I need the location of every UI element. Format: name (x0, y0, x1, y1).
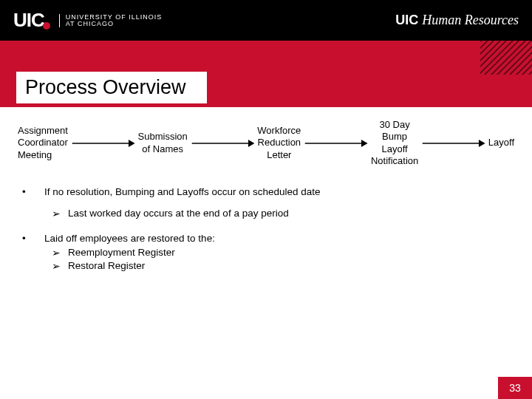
uic-logo: UIC UNIVERSITY OF ILLINOIS AT CHICAGO (13, 9, 162, 32)
arrow-icon (301, 138, 371, 149)
flow-step-assignment: Assignment Coordinator Meeting (18, 125, 68, 161)
bullet-2-sublist: ➢ Reemployment Register ➢ Restoral Regis… (22, 247, 514, 272)
sub-bullet: ➢ Restoral Register (52, 260, 514, 272)
page-number: 33 (498, 377, 532, 399)
bullet-marker-icon: • (22, 186, 44, 197)
sub-bullet: ➢ Last worked day occurs at the end of a… (52, 208, 514, 219)
svg-marker-7 (479, 140, 485, 147)
flow-step-submission: Submission of Names (138, 131, 188, 155)
bullet-1-text: If no resolution, Bumping and Layoffs oc… (44, 186, 514, 197)
flow-step-layoff: Layoff (488, 137, 514, 149)
sub-bullet-text: Restoral Register (68, 260, 145, 272)
sub-bullet-text: Reemployment Register (68, 247, 175, 259)
header-right-bold: UIC (395, 13, 418, 27)
svg-marker-1 (129, 140, 135, 147)
bullet-list: • If no resolution, Bumping and Layoffs … (18, 186, 514, 272)
hatch-decoration-icon (480, 41, 532, 75)
svg-marker-3 (248, 140, 255, 147)
svg-marker-5 (361, 140, 368, 147)
flow-step-workforce: Workforce Reduction Letter (257, 125, 301, 161)
title-band: Process Overview (0, 41, 532, 107)
flow-step-notification: 30 Day Bump Layoff Notification (371, 119, 418, 167)
header-right-italic: Human Resources (422, 13, 519, 27)
uic-logo-line2: AT CHICAGO (66, 21, 162, 27)
content-area: Assignment Coordinator Meeting Submissio… (0, 107, 532, 272)
uic-logo-dot-icon (43, 22, 50, 30)
triangle-marker-icon: ➢ (52, 208, 68, 219)
header-bar: UIC UNIVERSITY OF ILLINOIS AT CHICAGO UI… (0, 0, 532, 41)
triangle-marker-icon: ➢ (52, 260, 68, 272)
uic-logo-mark: UIC (13, 9, 53, 32)
sub-bullet: ➢ Reemployment Register (52, 247, 514, 259)
process-flow: Assignment Coordinator Meeting Submissio… (18, 119, 514, 167)
page-title: Process Overview (16, 72, 207, 103)
uic-logo-subtext: UNIVERSITY OF ILLINOIS AT CHICAGO (59, 14, 162, 27)
arrow-icon (188, 138, 258, 149)
triangle-marker-icon: ➢ (52, 247, 68, 259)
bullet-1: • If no resolution, Bumping and Layoffs … (22, 186, 514, 197)
bullet-marker-icon: • (22, 233, 44, 244)
sub-bullet-text: Last worked day occurs at the end of a p… (68, 208, 289, 219)
bullet-2-text: Laid off employees are restored to the: (44, 233, 514, 244)
bullet-2: • Laid off employees are restored to the… (22, 233, 514, 244)
uic-mark-text: UIC (13, 9, 44, 31)
header-right: UIC Human Resources (395, 13, 519, 28)
arrow-icon (68, 138, 138, 149)
bullet-1-sublist: ➢ Last worked day occurs at the end of a… (22, 208, 514, 219)
arrow-icon (418, 138, 488, 149)
